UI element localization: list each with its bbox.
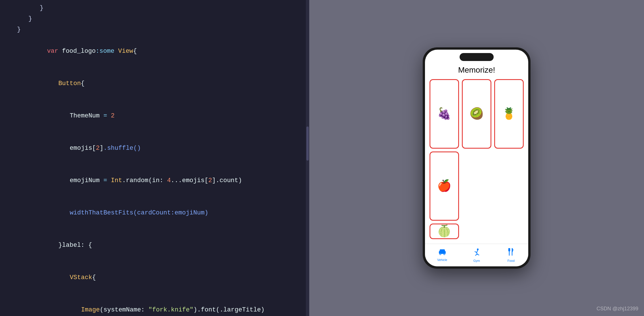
svg-point-4: [440, 254, 441, 255]
tab-gym[interactable]: Gym: [459, 248, 494, 262]
tab-food-label: Food: [508, 259, 515, 262]
preview-panel: Memorize! 🍇 🥝 🍍 🍎 🍈: [309, 0, 644, 316]
code-content: } } } var food_logo:some View{ Button{ T…: [0, 0, 309, 316]
svg-marker-1: [439, 249, 445, 251]
gym-icon: [473, 248, 481, 258]
card-2[interactable]: 🥝: [462, 79, 491, 149]
app-content: Memorize! 🍇 🥝 🍍 🍎 🍈: [425, 61, 528, 244]
scrollbar[interactable]: [306, 0, 309, 316]
svg-line-7: [477, 250, 478, 252]
code-line: }: [0, 24, 309, 35]
code-line: widthThatBestFits(cardCount:emojiNum): [0, 197, 309, 229]
watermark: CSDN @zhj12399: [597, 306, 638, 312]
phone-screen: Memorize! 🍇 🥝 🍍 🍎 🍈: [425, 50, 528, 266]
svg-point-5: [444, 254, 445, 255]
code-line: var food_logo:some View{: [0, 35, 309, 68]
svg-line-11: [477, 254, 479, 255]
scrollbar-thumb: [306, 127, 309, 161]
card-1[interactable]: 🍇: [430, 79, 459, 149]
code-line: ThemeNum = 2: [0, 100, 309, 132]
card-3[interactable]: 🍍: [494, 79, 524, 149]
code-line: }: [0, 3, 309, 14]
code-line: }: [0, 14, 309, 24]
tab-gym-label: Gym: [473, 259, 480, 262]
app-title: Memorize!: [430, 66, 524, 75]
phone-mockup: Memorize! 🍇 🥝 🍍 🍎 🍈: [423, 47, 531, 269]
cards-grid: 🍇 🥝 🍍 🍎 🍈: [430, 79, 524, 239]
tab-bar: Vehicle Gy: [425, 244, 528, 266]
dynamic-island: [460, 53, 494, 61]
vehicle-icon: [438, 249, 446, 257]
code-line: emojis[2].shuffle(): [0, 132, 309, 165]
card-4[interactable]: 🍎: [430, 151, 459, 221]
code-line: Image(systemName: "fork.knife").font(.la…: [0, 294, 309, 316]
code-line: emojiNum = Int.random(in: 4...emojis[2].…: [0, 165, 309, 197]
code-line: }label: {: [0, 229, 309, 262]
tab-food[interactable]: Food: [494, 248, 528, 262]
food-icon: [507, 248, 515, 258]
tab-vehicle-label: Vehicle: [437, 258, 447, 262]
code-line: Button{: [0, 68, 309, 100]
code-line: VStack{: [0, 262, 309, 294]
code-editor: } } } var food_logo:some View{ Button{ T…: [0, 0, 309, 316]
card-5[interactable]: 🍈: [430, 224, 459, 239]
tab-vehicle[interactable]: Vehicle: [425, 249, 459, 262]
